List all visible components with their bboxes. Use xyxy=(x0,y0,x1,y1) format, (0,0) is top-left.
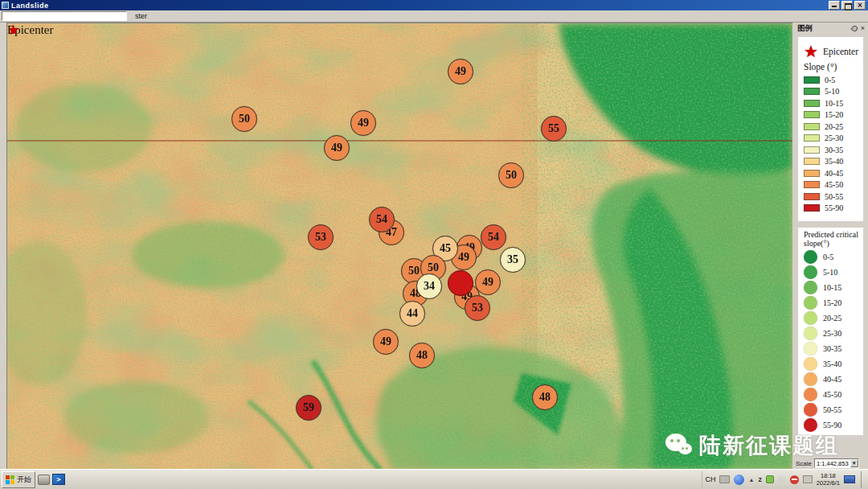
critical-slope-legend-rows: 0-55-1010-1515-2020-2525-3030-3535-4040-… xyxy=(804,249,863,433)
powershell-icon[interactable] xyxy=(52,474,65,485)
critical-slope-marker: 49 xyxy=(373,329,399,355)
critical-slope-marker: 49 xyxy=(448,59,473,84)
scale-label: Scale xyxy=(796,460,812,467)
slope-bin-label: 50-55 xyxy=(825,192,843,201)
close-button[interactable] xyxy=(854,1,866,10)
terrain-raster xyxy=(7,23,792,469)
critical-slope-marker: 50 xyxy=(231,106,257,132)
slope-bin-label: 20-25 xyxy=(825,122,843,131)
critical-slope-marker: 48 xyxy=(409,343,435,368)
printer-tray-icon[interactable] xyxy=(719,475,730,483)
slope-color-swatch xyxy=(804,181,820,188)
slope-color-swatch xyxy=(804,146,820,154)
slope-color-swatch xyxy=(804,170,820,177)
slope-color-swatch xyxy=(804,158,820,165)
slope-color-swatch xyxy=(804,204,820,212)
slope-legend-title: Slope (°) xyxy=(804,61,863,74)
critical-slope-marker: 34 xyxy=(416,273,442,299)
legend-panel-title: 图例 xyxy=(797,23,813,34)
minimize-button[interactable] xyxy=(829,1,840,10)
chevron-down-icon[interactable] xyxy=(850,459,858,467)
legend-slope-row: 35-40 xyxy=(804,156,863,168)
green-app-tray-icon[interactable] xyxy=(766,475,774,483)
critical-color-circle xyxy=(804,418,817,432)
epicenter-red-circle xyxy=(448,270,473,296)
legend-critical-row: 20-25 xyxy=(804,310,863,326)
show-hidden-icons-chevron[interactable]: ▲ xyxy=(748,477,754,483)
legend-slope-row: 0-5 xyxy=(804,74,863,86)
clock-date: 2022/6/1 xyxy=(817,479,840,487)
slope-bin-label: 10-15 xyxy=(825,99,843,108)
legend-slope-row: 45-50 xyxy=(804,179,863,191)
legend-critical-row: 50-55 xyxy=(804,402,863,417)
legend-slope-row: 10-15 xyxy=(804,97,863,109)
legend-critical-row: 45-50 xyxy=(804,387,863,402)
device-tray-icon[interactable] xyxy=(803,475,813,483)
critical-slope-marker: 50 xyxy=(498,162,524,188)
window-titlebar: Landslide xyxy=(0,0,868,10)
legend-slope-row: 55-90 xyxy=(804,203,863,215)
critical-slope-marker: 54 xyxy=(369,207,395,232)
critical-color-circle xyxy=(804,296,817,310)
critical-color-circle xyxy=(804,403,817,417)
action-center-flag-icon[interactable]: ⚐ xyxy=(778,475,786,484)
slope-bin-label: 35-40 xyxy=(825,157,843,166)
legend-critical-row: 40-45 xyxy=(804,372,863,387)
app-icon xyxy=(2,2,9,9)
critical-color-circle xyxy=(804,342,817,355)
map-canvas[interactable]: 4950494955504754535449494535505048443449… xyxy=(6,23,792,469)
layer-combobox[interactable] xyxy=(2,11,127,21)
system-tray: CH ▲ z ⚐ 18:18 2022/6/1 xyxy=(702,471,866,488)
legend-critical-row: 35-40 xyxy=(804,356,863,372)
critical-bin-label: 55-90 xyxy=(823,421,841,429)
legend-critical-row: 30-35 xyxy=(804,341,863,356)
slope-color-swatch xyxy=(804,76,820,84)
start-button[interactable]: 开始 xyxy=(2,471,35,488)
device-quicklaunch-icon[interactable] xyxy=(38,475,50,485)
legend-close-icon[interactable]: × xyxy=(861,25,865,32)
slope-color-swatch xyxy=(804,111,820,118)
slope-bin-label: 40-45 xyxy=(825,169,843,178)
critical-color-circle xyxy=(804,372,817,386)
slope-bin-label: 45-50 xyxy=(825,180,843,189)
scale-combobox[interactable]: 1:1,442,853 xyxy=(814,458,859,468)
maximize-button[interactable] xyxy=(841,1,853,10)
slope-bin-label: 55-90 xyxy=(825,203,843,212)
critical-slope-legend-box: Predicted critical slope(°) 0-55-1010-15… xyxy=(798,228,863,435)
legend-epicenter-label: Epicenter xyxy=(823,47,858,56)
scale-value: 1:1,442,853 xyxy=(815,460,850,467)
legend-critical-row: 5-10 xyxy=(804,265,863,280)
critical-slope-marker: 49 xyxy=(350,110,376,136)
legend-slope-row: 25-30 xyxy=(804,133,863,145)
language-indicator[interactable]: CH xyxy=(705,475,715,483)
pin-icon[interactable] xyxy=(850,25,858,33)
critical-slope-marker: 54 xyxy=(481,224,506,250)
clock-time: 18:18 xyxy=(817,472,840,479)
globe-tray-icon[interactable] xyxy=(734,475,744,485)
slope-color-swatch xyxy=(804,134,820,142)
slope-bin-label: 0-5 xyxy=(825,76,835,84)
network-tray-icon[interactable] xyxy=(844,475,855,483)
slope-legend-rows: 0-55-1010-1515-2020-2525-3030-3535-4040-… xyxy=(804,74,863,214)
legend-critical-row: 15-20 xyxy=(804,295,863,310)
critical-color-circle xyxy=(804,250,817,264)
slope-legend-box: ★ Epicenter Slope (°) 0-55-1010-1515-202… xyxy=(798,37,863,221)
window-title: Landslide xyxy=(11,2,49,10)
legend-slope-row: 40-45 xyxy=(804,167,863,179)
epicenter-star-icon: ★ xyxy=(7,23,19,37)
critical-bin-label: 20-25 xyxy=(823,314,841,323)
critical-slope-marker: 55 xyxy=(541,116,567,142)
legend-slope-row: 5-10 xyxy=(804,86,863,98)
critical-color-circle xyxy=(804,357,817,371)
critical-slope-marker: 53 xyxy=(308,224,334,250)
alert-tray-icon[interactable] xyxy=(790,475,799,484)
critical-bin-label: 50-55 xyxy=(823,405,841,414)
taskbar: 开始 CH ▲ z ⚐ 18:18 2022/6/1 xyxy=(0,469,868,489)
legend-panel-header: 图例 × xyxy=(792,23,868,35)
critical-bin-label: 30-35 xyxy=(823,344,841,353)
critical-bin-label: 5-10 xyxy=(823,268,837,277)
legend-slope-row: 30-35 xyxy=(804,144,863,156)
show-desktop-button[interactable] xyxy=(861,471,864,488)
ime-tray-icon[interactable]: z xyxy=(758,476,762,483)
taskbar-clock[interactable]: 18:18 2022/6/1 xyxy=(817,472,840,487)
